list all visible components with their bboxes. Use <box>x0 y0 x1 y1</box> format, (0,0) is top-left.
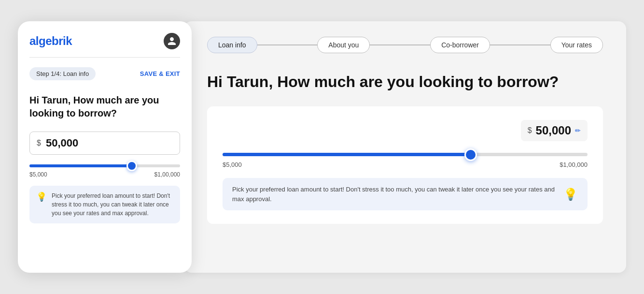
desktop-slider-track <box>223 153 588 156</box>
desktop-hint-lightbulb-icon: 💡 <box>563 188 578 201</box>
desktop-slider-labels: $5,000 $1,00,000 <box>223 161 588 168</box>
mobile-currency-symbol: $ <box>37 139 41 147</box>
mobile-amount-value: 50,000 <box>46 137 78 149</box>
screen-container: algebrik Step 1/4: Loan info SAVE & EXIT… <box>18 21 626 273</box>
mobile-panel: algebrik Step 1/4: Loan info SAVE & EXIT… <box>18 21 192 273</box>
desktop-hint-text: Pick your preferred loan amount to start… <box>232 185 557 204</box>
desktop-step-pill-co-borrower[interactable]: Co-borrower <box>430 37 490 53</box>
desktop-amount-value: 50,000 <box>536 124 571 137</box>
desktop-panel: Loan info About you Co-borrower Your rat… <box>184 21 626 273</box>
desktop-step-co-borrower[interactable]: Co-borrower <box>430 37 490 53</box>
desktop-step-pill-your-rates[interactable]: Your rates <box>550 37 603 53</box>
desktop-currency-symbol: $ <box>528 126 532 135</box>
desktop-step-pill-about-you[interactable]: About you <box>317 37 370 53</box>
desktop-slider-fill <box>223 153 471 156</box>
mobile-slider-min: $5,000 <box>29 171 47 178</box>
desktop-step-pill-loan-info[interactable]: Loan info <box>207 37 257 53</box>
desktop-edit-icon[interactable]: ✏ <box>575 127 581 134</box>
mobile-amount-input[interactable]: $ 50,000 <box>29 132 180 155</box>
mobile-step-bar: Step 1/4: Loan info SAVE & EXIT <box>29 67 180 80</box>
mobile-save-exit-button[interactable]: SAVE & EXIT <box>140 70 180 77</box>
desktop-slider-min: $5,000 <box>223 161 242 168</box>
desktop-amount-row: $ 50,000 ✏ <box>223 120 588 141</box>
mobile-logo: algebrik <box>29 34 72 48</box>
mobile-hint-text: Pick your preferred loan amount to start… <box>52 191 173 218</box>
mobile-slider-labels: $5,000 $1,00,000 <box>29 171 180 178</box>
desktop-steps: Loan info About you Co-borrower Your rat… <box>207 37 603 53</box>
desktop-hint-box: Pick your preferred loan amount to start… <box>223 178 588 210</box>
desktop-step-connector-3 <box>490 44 550 45</box>
desktop-amount-box[interactable]: $ 50,000 ✏ <box>521 120 588 141</box>
mobile-divider <box>29 57 180 58</box>
mobile-hint-lightbulb-icon: 💡 <box>36 191 47 202</box>
mobile-slider-track <box>29 164 180 167</box>
desktop-question: Hi Tarun, How much are you looking to bo… <box>207 73 603 91</box>
mobile-avatar-icon[interactable] <box>164 33 180 49</box>
desktop-slider-thumb[interactable] <box>464 148 477 161</box>
mobile-step-badge: Step 1/4: Loan info <box>29 67 96 80</box>
mobile-question: Hi Tarun, How much are you looking to bo… <box>29 94 180 120</box>
desktop-step-loan-info[interactable]: Loan info <box>207 37 257 53</box>
mobile-slider-fill <box>29 164 132 167</box>
desktop-slider-max: $1,00,000 <box>560 161 588 168</box>
desktop-step-your-rates[interactable]: Your rates <box>550 37 603 53</box>
desktop-step-about-you[interactable]: About you <box>317 37 370 53</box>
desktop-step-connector-1 <box>257 44 318 45</box>
mobile-hint-box: 💡 Pick your preferred loan amount to sta… <box>29 186 180 223</box>
desktop-input-area: $ 50,000 ✏ $5,000 $1,00,000 Pick your pr… <box>207 106 603 224</box>
mobile-slider-max: $1,00,000 <box>154 171 180 178</box>
desktop-step-connector-2 <box>370 44 430 45</box>
mobile-header: algebrik <box>29 33 180 49</box>
mobile-slider-thumb[interactable] <box>126 161 137 171</box>
desktop-slider-container[interactable] <box>223 153 588 156</box>
mobile-slider-container[interactable] <box>29 164 180 167</box>
